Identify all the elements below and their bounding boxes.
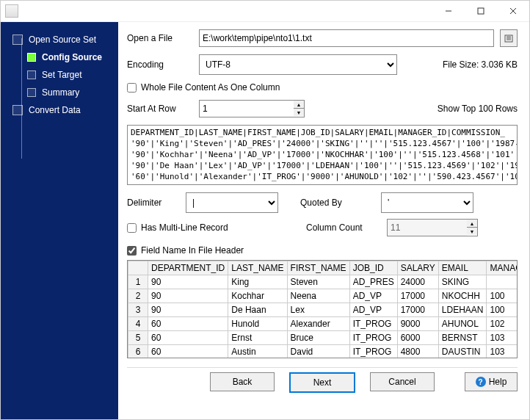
table-cell: AD_VP — [349, 303, 397, 317]
table-cell: SKING — [438, 275, 487, 289]
table-cell: 90 — [148, 275, 228, 289]
browse-file-button[interactable] — [500, 29, 518, 47]
nav-marker-icon — [27, 88, 36, 97]
open-file-input[interactable] — [199, 29, 494, 47]
table-cell: Ernst — [228, 331, 287, 345]
table-cell: 60 — [148, 345, 228, 359]
config-source-panel: Open a File Encoding UTF-8 File Size: 3.… — [118, 22, 529, 419]
table-cell-rownum: 4 — [128, 317, 148, 331]
table-row[interactable]: 190KingStevenAD_PRES24000SKING — [128, 275, 518, 289]
nav-item-label: Open Source Set — [29, 35, 96, 45]
table-cell: Austin — [228, 345, 287, 359]
field-header-checkbox[interactable] — [127, 246, 137, 256]
table-row[interactable]: 390De HaanLexAD_VP17000LDEHAAN100 — [128, 303, 518, 317]
table-cell-rownum: 2 — [128, 289, 148, 303]
spinner-up-icon[interactable]: ▲ — [294, 101, 304, 109]
table-cell: 17000 — [397, 303, 438, 317]
data-preview-table-container[interactable]: DEPARTMENT_IDLAST_NAMEFIRST_NAMEJOB_IDSA… — [127, 260, 518, 358]
table-cell: 17000 — [397, 289, 438, 303]
multi-line-checkbox[interactable] — [127, 223, 137, 233]
table-cell: De Haan — [228, 303, 287, 317]
table-cell: 103 — [487, 345, 518, 359]
table-cell: IT_PROG — [349, 317, 397, 331]
minimize-icon — [445, 7, 452, 15]
delimiter-select[interactable]: | — [186, 192, 278, 213]
minimize-button[interactable] — [432, 1, 465, 21]
help-button[interactable]: ? Help — [465, 372, 518, 391]
delimiter-label: Delimiter — [127, 198, 178, 208]
table-cell: 90 — [148, 289, 228, 303]
table-row[interactable]: 660AustinDavidIT_PROG4800DAUSTIN103 — [128, 345, 518, 359]
table-cell: LDEHAAN — [438, 303, 487, 317]
nav-item-config-source[interactable]: Config Source — [1, 48, 118, 66]
titlebar — [1, 1, 529, 22]
table-cell: IT_PROG — [349, 345, 397, 359]
nav-item-summary[interactable]: Summary — [1, 84, 118, 101]
table-header-last_name[interactable]: LAST_NAME — [228, 261, 287, 275]
help-icon: ? — [476, 377, 486, 387]
table-header-email[interactable]: EMAIL — [438, 261, 487, 275]
table-header-salary[interactable]: SALARY — [397, 261, 438, 275]
show-top-label: Show Top 100 Rows — [438, 104, 518, 114]
table-header-job_id[interactable]: JOB_ID — [349, 261, 397, 275]
nav-item-convert-data[interactable]: Convert Data — [1, 101, 118, 119]
table-cell: King — [228, 275, 287, 289]
whole-file-checkbox-label[interactable]: Whole File Content As One Column — [127, 82, 280, 93]
field-header-checkbox-label[interactable]: Field Name In File Header — [127, 245, 244, 256]
quoted-by-label: Quoted By — [300, 198, 374, 208]
table-cell: AD_VP — [349, 289, 397, 303]
nav-item-open-source-set[interactable]: Open Source Set — [1, 31, 118, 48]
table-cell: Hunold — [228, 317, 287, 331]
start-row-input[interactable] — [199, 100, 294, 117]
table-row[interactable]: 560ErnstBruceIT_PROG6000BERNST103 — [128, 331, 518, 345]
start-row-spinner[interactable]: ▲ ▼ — [294, 100, 305, 117]
nav-item-label: Set Target — [42, 70, 81, 80]
next-button[interactable]: Next — [289, 372, 355, 393]
nav-marker-icon — [12, 105, 23, 115]
table-row[interactable]: 460HunoldAlexanderIT_PROG9000AHUNOL102 — [128, 317, 518, 331]
table-cell: NKOCHH — [438, 289, 487, 303]
field-header-text: Field Name In File Header — [141, 245, 244, 256]
nav-item-label: Config Source — [42, 52, 102, 62]
quoted-by-select[interactable]: ' — [381, 192, 473, 213]
table-cell: Neena — [287, 289, 349, 303]
maximize-button[interactable] — [465, 1, 497, 21]
table-header-first_name[interactable]: FIRST_NAME — [287, 261, 349, 275]
cancel-button[interactable]: Cancel — [370, 372, 435, 391]
app-window: Open Source SetConfig SourceSet TargetSu… — [0, 0, 530, 420]
nav-marker-icon — [27, 53, 36, 62]
table-cell-rownum: 3 — [128, 303, 148, 317]
open-file-label: Open a File — [127, 33, 193, 43]
folder-open-icon — [504, 33, 514, 43]
table-header-rownum[interactable] — [128, 261, 148, 275]
spinner-down-icon[interactable]: ▼ — [467, 228, 477, 235]
table-cell — [487, 275, 518, 289]
table-cell: IT_PROG — [349, 331, 397, 345]
table-cell: Alexander — [287, 317, 349, 331]
table-cell: AHUNOL — [438, 317, 487, 331]
multi-line-text: Has Multi-Line Record — [141, 222, 228, 233]
table-cell: 102 — [487, 317, 518, 331]
back-button[interactable]: Back — [210, 372, 275, 391]
table-cell: DAUSTIN — [438, 345, 487, 359]
encoding-select[interactable]: UTF-8 — [199, 54, 397, 75]
table-cell: 100 — [487, 303, 518, 317]
spinner-up-icon[interactable]: ▲ — [467, 220, 477, 228]
table-header-department_id[interactable]: DEPARTMENT_ID — [148, 261, 228, 275]
nav-marker-icon — [27, 70, 36, 79]
table-header-manager_id[interactable]: MANAGER_ID — [487, 261, 518, 275]
table-cell: 60 — [148, 331, 228, 345]
column-count-spinner[interactable]: ▲ ▼ — [467, 219, 478, 236]
multi-line-checkbox-label[interactable]: Has Multi-Line Record — [127, 222, 228, 233]
nav-item-label: Convert Data — [29, 105, 81, 115]
table-cell: 24000 — [397, 275, 438, 289]
file-preview-textarea[interactable]: DEPARTMENT_ID|LAST_NAME|FIRST_NAME|JOB_I… — [127, 125, 518, 185]
spinner-down-icon[interactable]: ▼ — [294, 109, 304, 116]
nav-item-set-target[interactable]: Set Target — [1, 66, 118, 84]
wizard-footer: Back Next Cancel ? Help — [127, 367, 518, 393]
data-preview-table: DEPARTMENT_IDLAST_NAMEFIRST_NAMEJOB_IDSA… — [128, 261, 518, 358]
whole-file-checkbox[interactable] — [127, 83, 137, 93]
table-cell-rownum: 6 — [128, 345, 148, 359]
close-button[interactable] — [497, 1, 529, 21]
table-row[interactable]: 290KochharNeenaAD_VP17000NKOCHH100 — [128, 289, 518, 303]
